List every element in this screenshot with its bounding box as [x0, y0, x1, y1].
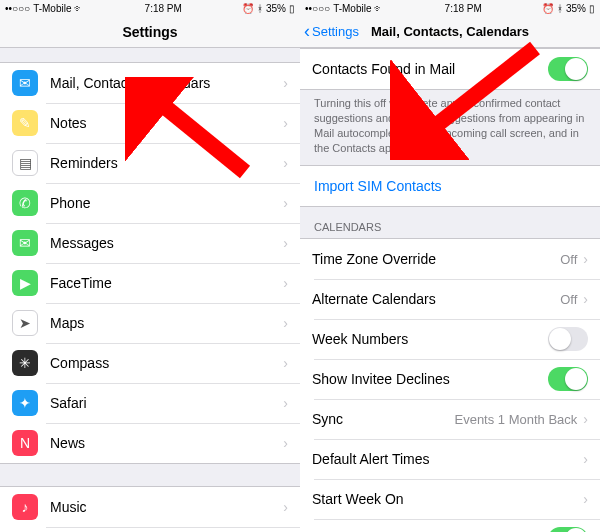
alarm-icon: ⏰	[242, 3, 254, 14]
settings-row-videos[interactable]: ▶Videos›	[0, 527, 300, 532]
chevron-right-icon: ›	[283, 435, 288, 451]
time-zone-override-row[interactable]: Time Zone OverrideOff›	[300, 239, 600, 279]
settings-row-mail-contacts-calendars[interactable]: ✉Mail, Contacts, Calendars›	[0, 63, 300, 103]
contacts-footer: Turning this off will delete any unconfi…	[300, 90, 600, 165]
settings-row-compass[interactable]: ✳Compass›	[0, 343, 300, 383]
show-invitee-declines-toggle[interactable]	[548, 367, 588, 391]
settings-row-news[interactable]: NNews›	[0, 423, 300, 463]
safari-icon: ✦	[12, 390, 38, 416]
row-label: Time Zone Override	[312, 251, 560, 267]
notes-icon: ✎	[12, 110, 38, 136]
events-found-in-mail-toggle[interactable]	[548, 527, 588, 532]
settings-row-facetime[interactable]: ▶FaceTime›	[0, 263, 300, 303]
settings-row-maps[interactable]: ➤Maps›	[0, 303, 300, 343]
settings-row-messages[interactable]: ✉Messages›	[0, 223, 300, 263]
wifi-icon: ᯤ	[74, 3, 84, 14]
chevron-right-icon: ›	[283, 315, 288, 331]
row-label: Week Numbers	[312, 331, 548, 347]
chevron-right-icon: ›	[283, 275, 288, 291]
battery-label: 35%	[266, 3, 286, 14]
row-label: Safari	[50, 395, 283, 411]
clock-label: 7:18 PM	[145, 3, 182, 14]
mail-icon: ✉	[12, 70, 38, 96]
chevron-right-icon: ›	[283, 499, 288, 515]
wifi-icon: ᯤ	[374, 3, 384, 14]
nav-bar: Settings	[0, 16, 300, 48]
chevron-right-icon: ›	[583, 291, 588, 307]
chevron-right-icon: ›	[283, 235, 288, 251]
chevron-right-icon: ›	[283, 115, 288, 131]
chevron-right-icon: ›	[583, 451, 588, 467]
settings-row-notes[interactable]: ✎Notes›	[0, 103, 300, 143]
chevron-right-icon: ›	[583, 251, 588, 267]
chevron-right-icon: ›	[283, 355, 288, 371]
settings-scroll[interactable]: ✉Mail, Contacts, Calendars›✎Notes›▤Remin…	[0, 48, 300, 532]
music-icon: ♪	[12, 494, 38, 520]
page-title: Mail, Contacts, Calendars	[371, 24, 529, 39]
chevron-right-icon: ›	[283, 155, 288, 171]
show-invitee-declines-row[interactable]: Show Invitee Declines	[300, 359, 600, 399]
compass-icon: ✳	[12, 350, 38, 376]
chevron-left-icon: ‹	[304, 21, 310, 42]
contacts-found-in-mail-row[interactable]: Contacts Found in Mail	[300, 49, 600, 89]
row-label: Messages	[50, 235, 283, 251]
row-label: Show Invitee Declines	[312, 371, 548, 387]
reminders-icon: ▤	[12, 150, 38, 176]
nav-bar: ‹ Settings Mail, Contacts, Calendars	[300, 16, 600, 48]
signal-dots-icon: ••○○○	[305, 3, 330, 14]
status-bar: ••○○○ T-Mobile ᯤ 7:18 PM ⏰ ᚼ 35% ▯	[0, 0, 300, 16]
sync-row[interactable]: SyncEvents 1 Month Back›	[300, 399, 600, 439]
settings-row-safari[interactable]: ✦Safari›	[0, 383, 300, 423]
row-label: Reminders	[50, 155, 283, 171]
row-label: Mail, Contacts, Calendars	[50, 75, 283, 91]
row-label: News	[50, 435, 283, 451]
row-label: Sync	[312, 411, 454, 427]
chevron-right-icon: ›	[583, 411, 588, 427]
carrier-label: T-Mobile	[33, 3, 71, 14]
settings-row-music[interactable]: ♪Music›	[0, 487, 300, 527]
status-bar: ••○○○ T-Mobile ᯤ 7:18 PM ⏰ ᚼ 35% ▯	[300, 0, 600, 16]
import-sim-label: Import SIM Contacts	[314, 178, 442, 194]
row-label: Maps	[50, 315, 283, 331]
row-label: FaceTime	[50, 275, 283, 291]
calendars-section-header: Calendars	[300, 207, 600, 238]
chevron-right-icon: ›	[283, 75, 288, 91]
row-label: Phone	[50, 195, 283, 211]
start-week-on-row[interactable]: Start Week On›	[300, 479, 600, 519]
row-label: Contacts Found in Mail	[312, 61, 548, 77]
row-label: Compass	[50, 355, 283, 371]
settings-row-phone[interactable]: ✆Phone›	[0, 183, 300, 223]
row-value: Off	[560, 252, 577, 267]
back-label: Settings	[312, 24, 359, 39]
row-value: Off	[560, 292, 577, 307]
facetime-icon: ▶	[12, 270, 38, 296]
chevron-right-icon: ›	[583, 491, 588, 507]
default-alert-times-row[interactable]: Default Alert Times›	[300, 439, 600, 479]
settings-row-reminders[interactable]: ▤Reminders›	[0, 143, 300, 183]
maps-icon: ➤	[12, 310, 38, 336]
mail-contacts-calendars-pane: ••○○○ T-Mobile ᯤ 7:18 PM ⏰ ᚼ 35% ▯ ‹ Set…	[300, 0, 600, 532]
week-numbers-toggle[interactable]	[548, 327, 588, 351]
row-label: Alternate Calendars	[312, 291, 560, 307]
alarm-icon: ⏰	[542, 3, 554, 14]
week-numbers-row[interactable]: Week Numbers	[300, 319, 600, 359]
messages-icon: ✉	[12, 230, 38, 256]
contacts-found-in-mail-toggle[interactable]	[548, 57, 588, 81]
carrier-label: T-Mobile	[333, 3, 371, 14]
back-button[interactable]: ‹ Settings	[304, 16, 359, 47]
news-icon: N	[12, 430, 38, 456]
chevron-right-icon: ›	[283, 395, 288, 411]
alternate-calendars-row[interactable]: Alternate CalendarsOff›	[300, 279, 600, 319]
chevron-right-icon: ›	[283, 195, 288, 211]
battery-icon: ▯	[289, 3, 295, 14]
settings-root-pane: ••○○○ T-Mobile ᯤ 7:18 PM ⏰ ᚼ 35% ▯ Setti…	[0, 0, 300, 532]
phone-icon: ✆	[12, 190, 38, 216]
import-sim-contacts-button[interactable]: Import SIM Contacts	[300, 165, 600, 207]
clock-label: 7:18 PM	[445, 3, 482, 14]
events-found-in-mail-row[interactable]: Events Found in Mail	[300, 519, 600, 532]
row-label: Default Alert Times	[312, 451, 583, 467]
row-label: Notes	[50, 115, 283, 131]
detail-scroll[interactable]: Contacts Found in Mail Turning this off …	[300, 48, 600, 532]
battery-icon: ▯	[589, 3, 595, 14]
bluetooth-icon: ᚼ	[557, 3, 563, 14]
